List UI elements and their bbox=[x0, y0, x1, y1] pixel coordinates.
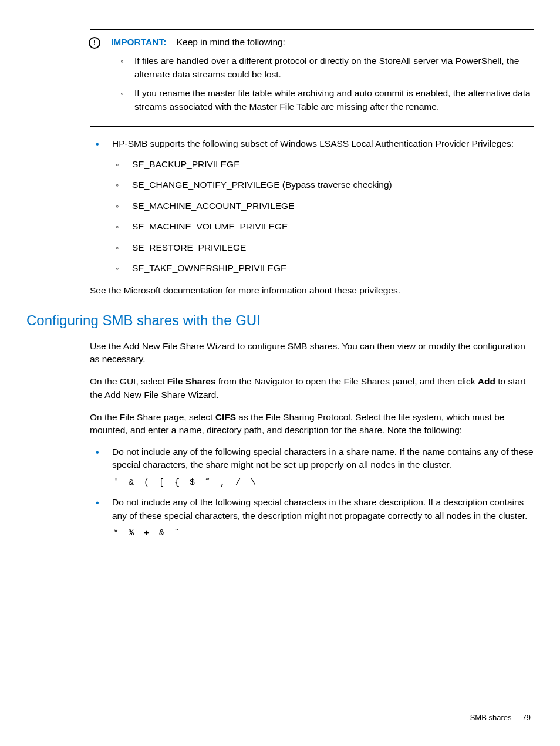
privilege-item: SE_BACKUP_PRIVILEGE bbox=[112, 158, 534, 171]
section-p2: On the GUI, select File Shares from the … bbox=[90, 375, 534, 401]
special-chars: ' & ( [ { $ ˜ , / \ bbox=[113, 477, 534, 490]
section-p1: Use the Add New File Share Wizard to con… bbox=[90, 340, 534, 366]
callout-item: If files are handled over a different pr… bbox=[118, 55, 534, 81]
callout-intro-line: IMPORTANT: Keep in mind the following: bbox=[111, 36, 285, 49]
privilege-item: SE_MACHINE_VOLUME_PRIVILEGE bbox=[112, 220, 534, 233]
note-text: Do not include any of the following spec… bbox=[112, 497, 527, 520]
section-p3: On the File Share page, select CIFS as t… bbox=[90, 411, 534, 437]
notes-list: Do not include any of the following spec… bbox=[90, 445, 534, 540]
privilege-item: SE_RESTORE_PRIVILEGE bbox=[112, 241, 534, 254]
privilege-outro: See the Microsoft documentation for more… bbox=[90, 284, 534, 297]
important-icon: ! bbox=[89, 37, 100, 49]
callout-list: If files are handled over a different pr… bbox=[118, 55, 534, 113]
note-text: Do not include any of the following spec… bbox=[112, 447, 534, 470]
privilege-block: HP-SMB supports the following subset of … bbox=[90, 137, 534, 275]
privilege-item: SE_TAKE_OWNERSHIP_PRIVILEGE bbox=[112, 262, 534, 275]
privilege-item: SE_CHANGE_NOTIFY_PRIVILEGE (Bypass trave… bbox=[112, 178, 534, 191]
note-item: Do not include any of the following spec… bbox=[90, 496, 534, 540]
important-callout: ! IMPORTANT: Keep in mind the following:… bbox=[90, 29, 534, 127]
privilege-intro: HP-SMB supports the following subset of … bbox=[112, 139, 514, 148]
callout-header: ! IMPORTANT: Keep in mind the following: bbox=[89, 36, 534, 49]
privilege-list: SE_BACKUP_PRIVILEGE SE_CHANGE_NOTIFY_PRI… bbox=[112, 158, 534, 275]
callout-item: If you rename the master file table whil… bbox=[118, 87, 534, 113]
special-chars: * % + & ˜ bbox=[113, 527, 534, 540]
privilege-item: SE_MACHINE_ACCOUNT_PRIVILEGE bbox=[112, 200, 534, 212]
callout-intro: Keep in mind the following: bbox=[177, 37, 285, 47]
section-heading: Configuring SMB shares with the GUI bbox=[26, 310, 534, 331]
privilege-intro-item: HP-SMB supports the following subset of … bbox=[90, 137, 534, 275]
important-label: IMPORTANT: bbox=[111, 37, 166, 47]
note-item: Do not include any of the following spec… bbox=[90, 445, 534, 490]
